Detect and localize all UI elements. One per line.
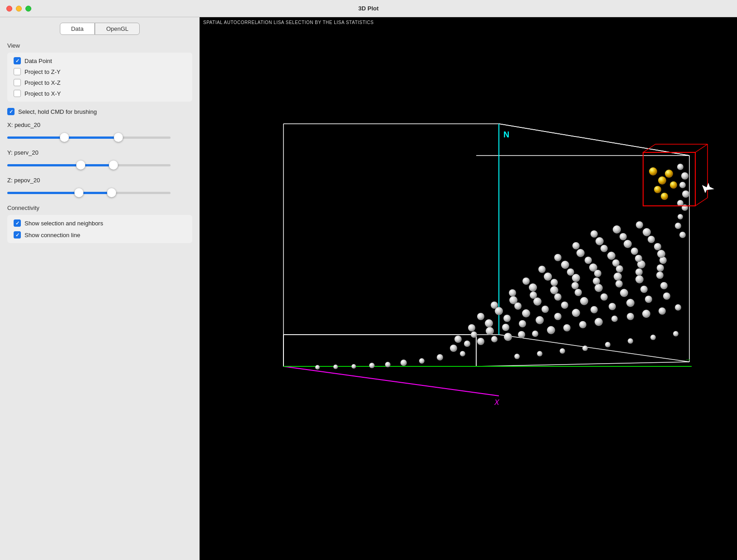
svg-point-58: [595, 284, 603, 292]
checkbox-show-selection[interactable]: [14, 219, 21, 227]
svg-point-38: [626, 299, 635, 307]
x-axis-thumb1[interactable]: [60, 133, 69, 142]
svg-point-89: [607, 252, 615, 260]
svg-point-46: [561, 302, 568, 309]
plot-svg: N X →: [200, 17, 737, 560]
y-axis-track: [7, 164, 171, 166]
svg-point-71: [509, 289, 516, 297]
svg-point-99: [620, 233, 627, 240]
connectivity-box: Show selection and neighbors Show connec…: [7, 215, 192, 243]
checkbox-label-project-zy: Project to Z-Y: [24, 68, 60, 75]
svg-point-91: [654, 243, 661, 250]
svg-point-35: [572, 309, 580, 317]
svg-point-68: [614, 273, 622, 281]
svg-point-15: [491, 336, 498, 342]
svg-point-43: [503, 315, 511, 322]
svg-point-13: [464, 341, 470, 347]
checkbox-project-zy[interactable]: [14, 68, 21, 75]
svg-point-69: [635, 268, 643, 276]
svg-point-130: [661, 193, 668, 200]
titlebar: 3D Plot: [0, 0, 737, 17]
checkbox-row-project-xy: Project to X-Y: [14, 90, 186, 97]
svg-point-61: [656, 272, 664, 279]
svg-point-47: [580, 297, 588, 305]
checkbox-show-connection[interactable]: [14, 231, 21, 239]
x-axis-thumb2[interactable]: [114, 133, 123, 142]
svg-point-50: [640, 286, 648, 293]
svg-point-59: [615, 280, 623, 287]
left-panel: Data OpenGL View Data Point Project to Z…: [0, 17, 200, 560]
svg-point-64: [530, 292, 537, 299]
right-panel[interactable]: SPATIAL AUTOCORRELATION LISA SELECTION B…: [200, 17, 737, 560]
x-axis-label-3d: X: [494, 399, 500, 406]
checkbox-label-show-selection: Show selection and neighbors: [24, 220, 103, 227]
tab-opengl[interactable]: OpenGL: [95, 23, 140, 35]
svg-point-129: [670, 181, 677, 189]
svg-point-119: [650, 335, 656, 340]
svg-point-32: [519, 320, 526, 327]
svg-point-115: [560, 348, 565, 354]
svg-point-90: [631, 248, 638, 255]
svg-point-55: [533, 297, 542, 306]
svg-point-131: [677, 164, 683, 170]
z-axis-thumb2[interactable]: [107, 188, 116, 197]
svg-point-70: [657, 264, 664, 272]
y-axis-thumb1[interactable]: [76, 161, 85, 170]
checkbox-data-point[interactable]: [14, 57, 21, 64]
svg-point-23: [611, 316, 618, 322]
svg-point-17: [518, 331, 525, 338]
x-axis-slider-container: [7, 131, 192, 144]
svg-point-49: [620, 289, 628, 297]
checkbox-row-data-point: Data Point: [14, 57, 186, 64]
z-axis-thumb1[interactable]: [74, 188, 83, 197]
close-button[interactable]: [6, 5, 12, 11]
svg-point-116: [582, 346, 588, 351]
y-axis-slider-container: [7, 159, 192, 171]
svg-point-110: [351, 364, 356, 369]
svg-point-109: [369, 363, 375, 368]
view-section-label: View: [7, 42, 192, 49]
checkbox-project-xy[interactable]: [14, 90, 21, 97]
svg-point-108: [385, 362, 390, 367]
svg-point-87: [561, 261, 569, 269]
svg-point-37: [609, 303, 616, 310]
svg-point-80: [544, 273, 552, 281]
svg-point-98: [595, 237, 604, 245]
svg-point-34: [554, 313, 561, 320]
top-bar: SPATIAL AUTOCORRELATION LISA SELECTION B…: [200, 17, 737, 27]
checkbox-label-show-connection: Show connection line: [24, 232, 80, 239]
svg-point-39: [645, 296, 652, 303]
svg-point-27: [675, 304, 681, 311]
svg-point-97: [572, 242, 580, 249]
svg-point-127: [654, 186, 661, 193]
checkbox-select[interactable]: [7, 108, 15, 115]
svg-point-134: [682, 190, 689, 198]
svg-point-100: [643, 228, 651, 236]
checkbox-label-data-point: Data Point: [24, 58, 52, 64]
svg-point-14: [477, 338, 484, 345]
svg-point-33: [536, 316, 544, 324]
svg-point-26: [659, 307, 666, 315]
svg-point-65: [550, 286, 558, 294]
svg-point-86: [538, 266, 546, 273]
minimize-button[interactable]: [16, 5, 22, 11]
svg-point-56: [554, 293, 561, 301]
svg-point-31: [502, 324, 509, 331]
svg-point-20: [563, 324, 571, 331]
svg-point-19: [547, 326, 555, 334]
svg-point-83: [612, 259, 620, 267]
window-title: 3D Plot: [358, 5, 379, 12]
checkbox-row-project-zy: Project to Z-Y: [14, 68, 186, 75]
svg-point-96: [648, 236, 655, 243]
checkbox-project-xz[interactable]: [14, 79, 21, 86]
svg-point-88: [585, 257, 592, 264]
svg-point-63: [509, 296, 517, 304]
y-axis-thumb2[interactable]: [109, 161, 118, 170]
svg-point-45: [542, 306, 549, 313]
svg-point-85: [657, 250, 665, 258]
svg-point-18: [532, 331, 538, 337]
tab-data[interactable]: Data: [60, 23, 95, 35]
svg-point-72: [529, 283, 537, 292]
svg-rect-0: [200, 17, 737, 560]
maximize-button[interactable]: [25, 5, 31, 11]
